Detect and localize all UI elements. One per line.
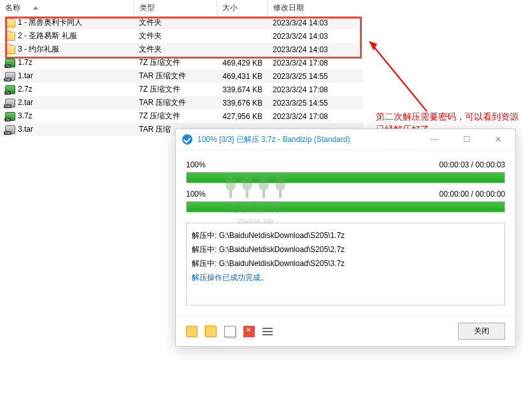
- minimize-button[interactable]: —: [424, 133, 445, 146]
- folder-icon: [5, 18, 15, 27]
- file-name: 1.7z: [18, 58, 32, 67]
- column-header-name[interactable]: 名称: [0, 0, 134, 16]
- file-name: 3.tar: [18, 125, 33, 134]
- tar-icon: [5, 72, 15, 81]
- progress-overall-percent: 100%: [186, 160, 206, 169]
- file-date: 2023/3/25 14:55: [268, 69, 363, 83]
- folder-icon: [5, 45, 15, 54]
- file-row[interactable]: 3 - 约尔礼服文件夹2023/3/24 14:03: [0, 43, 363, 56]
- file-row[interactable]: 1.7z7Z 压缩文件469,429 KB2023/3/24 17:08: [0, 56, 363, 69]
- file-date: 2023/3/24 17:08: [268, 83, 363, 96]
- file-row[interactable]: 2.tarTAR 压缩文件339,676 KB2023/3/25 14:55: [0, 96, 363, 109]
- 7z-icon: [5, 59, 15, 67]
- close-window-button[interactable]: ✕: [487, 133, 509, 146]
- file-list-table: 名称 类型 大小 修改日期 1 - 黑兽奥利卡同人文件夹2023/3/24 14…: [0, 0, 363, 136]
- file-type: 7Z 压缩文件: [134, 109, 217, 123]
- bandizip-dialog: 100% [3/3] 已解压 3.7z - Bandizip (Standard…: [175, 129, 516, 347]
- progress-bar-overall: [186, 172, 505, 183]
- log-line: 解压中: G:\BaiduNetdiskDownload\S205\3.7z: [192, 256, 499, 270]
- file-size: 469,429 KB: [217, 56, 268, 69]
- file-row[interactable]: 3.7z7Z 压缩文件427,956 KB2023/3/24 17:08: [0, 109, 363, 123]
- dialog-app-icon: [182, 134, 192, 144]
- file-size: 427,956 KB: [217, 109, 268, 123]
- file-name: 1 - 黑兽奥利卡同人: [18, 18, 82, 27]
- file-name: 1.tar: [18, 71, 33, 80]
- column-header-size[interactable]: 大小: [217, 0, 268, 16]
- file-name: 2.tar: [18, 98, 33, 107]
- svg-marker-1: [369, 41, 377, 50]
- file-size: 469,431 KB: [217, 69, 268, 83]
- column-header-date[interactable]: 修改日期: [268, 0, 363, 16]
- dialog-titlebar[interactable]: 100% [3/3] 已解压 3.7z - Bandizip (Standard…: [176, 129, 515, 150]
- progress-bar-current: [186, 201, 505, 213]
- file-date: 2023/3/25 14:55: [268, 96, 363, 109]
- menu-icon[interactable]: [262, 326, 274, 337]
- svg-line-0: [369, 41, 427, 111]
- file-date: 2023/3/24 17:08: [268, 109, 363, 123]
- file-name: 3.7z: [18, 111, 32, 120]
- open-target-folder-icon[interactable]: [205, 326, 217, 337]
- tar-icon: [5, 125, 15, 134]
- file-row[interactable]: 2.7z7Z 压缩文件339,674 KB2023/3/24 17:08: [0, 83, 363, 96]
- progress-current-percent: 100%: [186, 190, 206, 199]
- open-folder-icon[interactable]: [186, 326, 197, 337]
- annotation-arrow-icon: [363, 35, 433, 118]
- file-size: [217, 29, 268, 43]
- table-header-row: 名称 类型 大小 修改日期: [0, 0, 363, 16]
- file-size: 339,676 KB: [217, 96, 268, 109]
- log-line: 解压中: G:\BaiduNetdiskDownload\S205\1.7z: [192, 228, 499, 242]
- file-size: [217, 16, 268, 29]
- log-output[interactable]: 解压中: G:\BaiduNetdiskDownload\S205\1.7z 解…: [186, 223, 505, 305]
- close-button[interactable]: 关闭: [458, 323, 505, 340]
- file-size: [217, 43, 268, 56]
- file-type: 文件夹: [134, 43, 217, 56]
- dialog-title: 100% [3/3] 已解压 3.7z - Bandizip (Standard…: [197, 134, 424, 145]
- sort-indicator-icon: [33, 6, 38, 10]
- file-type: 7Z 压缩文件: [134, 83, 217, 96]
- file-name: 2.7z: [18, 85, 32, 94]
- tar-icon: [5, 99, 15, 108]
- file-date: 2023/3/24 14:03: [268, 29, 363, 43]
- log-success-line: 解压操作已成功完成。: [192, 270, 499, 284]
- file-row[interactable]: 2 - 圣路易斯 礼服文件夹2023/3/24 14:03: [0, 29, 363, 43]
- file-type: TAR 压缩文件: [134, 96, 217, 109]
- folder-icon: [5, 32, 15, 41]
- file-name: 3 - 约尔礼服: [18, 45, 59, 53]
- progress-overall: 100% 00:00:03 / 00:00:03: [186, 160, 505, 183]
- 7z-icon: [5, 112, 15, 121]
- progress-current: 100% 00:00:00 / 00:00:00: [186, 190, 505, 213]
- file-row[interactable]: 1 - 黑兽奥利卡同人文件夹2023/3/24 14:03: [0, 16, 363, 29]
- delete-icon[interactable]: [243, 326, 255, 337]
- file-date: 2023/3/24 14:03: [268, 16, 363, 29]
- progress-current-time: 00:00:00 / 00:00:00: [440, 190, 505, 199]
- 7z-icon: [5, 85, 15, 94]
- file-name: 2 - 圣路易斯 礼服: [18, 31, 77, 40]
- log-line: 解压中: G:\BaiduNetdiskDownload\S205\2.7z: [192, 242, 499, 256]
- copy-icon[interactable]: [224, 326, 236, 337]
- file-type: TAR 压缩文件: [134, 69, 217, 83]
- maximize-button[interactable]: ☐: [455, 133, 477, 146]
- file-date: 2023/3/24 14:03: [268, 43, 363, 56]
- file-type: 7Z 压缩文件: [134, 56, 217, 69]
- file-type: 文件夹: [134, 29, 217, 43]
- progress-overall-time: 00:00:03 / 00:00:03: [440, 160, 505, 169]
- file-type: 文件夹: [134, 16, 217, 29]
- column-header-type[interactable]: 类型: [134, 0, 217, 16]
- file-size: 339,674 KB: [217, 83, 268, 96]
- file-date: 2023/3/24 17:08: [268, 56, 363, 69]
- file-row[interactable]: 1.tarTAR 压缩文件469,431 KB2023/3/25 14:55: [0, 69, 363, 83]
